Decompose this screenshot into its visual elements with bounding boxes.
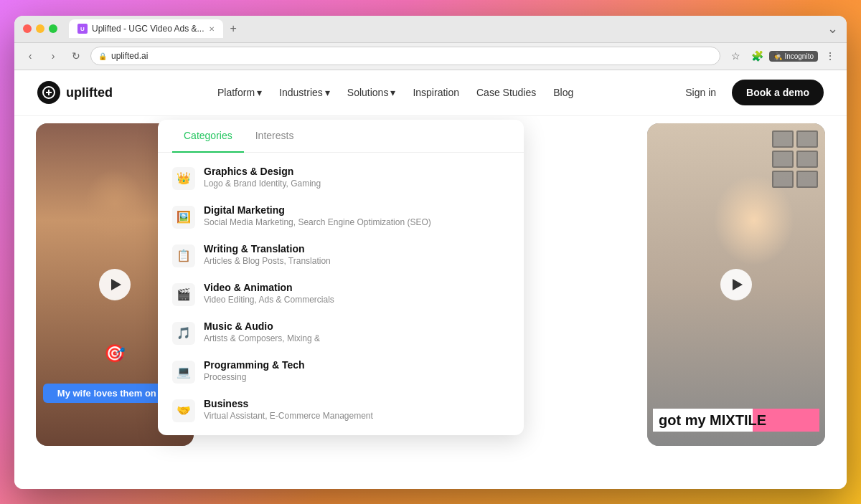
incognito-label: Incognito xyxy=(784,52,814,60)
video-icon: 🎬 xyxy=(172,283,195,306)
reload-button[interactable]: ↻ xyxy=(67,47,85,65)
item-title: Programming & Tech xyxy=(204,359,509,371)
item-title: Digital Marketing xyxy=(204,204,509,216)
nav-case-studies[interactable]: Case Studies xyxy=(469,82,543,103)
wall-frame xyxy=(796,171,818,188)
logo[interactable]: uplifted xyxy=(37,81,113,104)
dropdown-tabs: Categories Interests xyxy=(158,120,524,153)
nav-links: Platform ▾ Industries ▾ Solutions ▾ Insp… xyxy=(210,82,580,103)
play-icon-left xyxy=(111,279,121,290)
video-caption-right: got my MIXTILE xyxy=(647,409,825,432)
item-title: Music & Audio xyxy=(204,320,509,332)
wall-frame xyxy=(772,151,794,168)
nav-solutions[interactable]: Solutions ▾ xyxy=(340,82,403,103)
chevron-down-icon: ▾ xyxy=(390,87,395,98)
url-text: uplifted.ai xyxy=(111,51,148,61)
nav-inspiration[interactable]: Inspiration xyxy=(405,82,466,103)
tab-categories[interactable]: Categories xyxy=(172,120,244,153)
item-title: Graphics & Design xyxy=(204,166,509,177)
maximize-button[interactable] xyxy=(49,24,57,33)
hero-section: 🎯 My wife loves them on me Categories In… xyxy=(14,116,847,489)
list-item[interactable]: 🎬 Video & Animation Video Editing, Ads &… xyxy=(158,275,524,313)
item-subtitle: Articles & Blog Posts, Translation xyxy=(204,256,509,266)
target-icon: 🎯 xyxy=(104,343,126,363)
chevron-down-icon: ▾ xyxy=(325,87,330,98)
writing-icon: 📋 xyxy=(172,244,195,267)
browser-tabs: U Uplifted - UGC Video Ads &... ✕ + xyxy=(69,19,746,38)
address-bar[interactable]: 🔒 uplifted.ai xyxy=(90,47,720,65)
item-subtitle: Social Media Marketing, Search Engine Op… xyxy=(204,217,509,227)
bookmark-star-icon[interactable]: ☆ xyxy=(726,47,745,65)
item-subtitle: Artists & Composers, Mixing & xyxy=(204,333,509,343)
tab-title: Uplifted - UGC Video Ads &... xyxy=(92,24,204,34)
wall-frame xyxy=(796,151,818,168)
item-title: Video & Animation xyxy=(204,282,509,293)
video-card-right: got my MIXTILE xyxy=(647,123,825,446)
dropdown-menu[interactable]: Categories Interests 👑 Graphics & Design… xyxy=(158,120,524,435)
tab-close-icon[interactable]: ✕ xyxy=(209,25,215,33)
list-item[interactable]: 💻 Programming & Tech Processing xyxy=(158,352,524,391)
lock-icon: 🔒 xyxy=(98,52,107,60)
item-subtitle: Logo & Brand Identity, Gaming xyxy=(204,179,509,189)
wall-frame xyxy=(796,130,818,148)
wall-frame xyxy=(772,171,794,188)
list-item[interactable]: 👑 Graphics & Design Logo & Brand Identit… xyxy=(158,158,524,197)
play-button-left[interactable] xyxy=(99,269,131,300)
book-demo-button[interactable]: Book a demo xyxy=(732,80,824,105)
logo-icon xyxy=(37,81,60,104)
incognito-badge: 🕵 Incognito xyxy=(769,51,818,62)
nav-industries[interactable]: Industries ▾ xyxy=(272,82,337,103)
chevron-down-icon: ▾ xyxy=(257,87,262,98)
forward-button[interactable]: › xyxy=(44,47,62,65)
tab-favicon: U xyxy=(77,24,88,34)
caption-text: got my MIXTILE xyxy=(653,409,819,432)
page-content: uplifted Platform ▾ Industries ▾ Solutio… xyxy=(14,70,847,489)
nav-platform[interactable]: Platform ▾ xyxy=(210,82,269,103)
item-subtitle: Video Editing, Ads & Commercials xyxy=(204,295,509,305)
list-item[interactable]: 🖼️ Digital Marketing Social Media Market… xyxy=(158,197,524,236)
navbar: uplifted Platform ▾ Industries ▾ Solutio… xyxy=(14,70,847,116)
browser-window: U Uplifted - UGC Video Ads &... ✕ + ⌄ ‹ … xyxy=(14,16,847,489)
nav-actions: Sign in Book a demo xyxy=(678,80,824,105)
list-item[interactable]: 🎵 Music & Audio Artists & Composers, Mix… xyxy=(158,313,524,352)
list-item[interactable]: 📋 Writing & Translation Articles & Blog … xyxy=(158,236,524,275)
traffic-lights xyxy=(23,24,57,33)
item-title: Writing & Translation xyxy=(204,243,509,255)
extensions-icon[interactable]: 🧩 xyxy=(748,47,766,65)
item-subtitle: Processing xyxy=(204,372,509,382)
play-icon-right xyxy=(733,279,743,290)
logo-text: uplifted xyxy=(66,85,113,100)
nav-blog[interactable]: Blog xyxy=(546,82,580,103)
toolbar-right: ☆ 🧩 🕵 Incognito ⋮ xyxy=(726,47,839,65)
item-subtitle: Virtual Assistant, E-Commerce Management xyxy=(204,411,509,421)
browser-toolbar: ‹ › ↻ 🔒 uplifted.ai ☆ 🧩 🕵 Incognito ⋮ xyxy=(14,43,847,70)
wall-frames xyxy=(772,130,818,188)
business-icon: 🤝 xyxy=(172,399,195,422)
item-title: Business xyxy=(204,398,509,409)
back-button[interactable]: ‹ xyxy=(22,47,39,65)
sign-in-button[interactable]: Sign in xyxy=(678,82,723,103)
graphics-icon: 👑 xyxy=(172,167,195,190)
window-expand-icon[interactable]: ⌄ xyxy=(827,21,838,37)
menu-icon[interactable]: ⋮ xyxy=(821,47,839,65)
new-tab-button[interactable]: + xyxy=(225,19,243,38)
dropdown-items: 👑 Graphics & Design Logo & Brand Identit… xyxy=(158,153,524,435)
minimize-button[interactable] xyxy=(36,24,44,33)
tab-interests[interactable]: Interests xyxy=(244,120,306,153)
close-button[interactable] xyxy=(23,24,32,33)
list-item[interactable]: 🤝 Business Virtual Assistant, E-Commerce… xyxy=(158,391,524,429)
wall-frame xyxy=(772,130,794,148)
browser-titlebar: U Uplifted - UGC Video Ads &... ✕ + ⌄ xyxy=(14,16,847,43)
active-tab[interactable]: U Uplifted - UGC Video Ads &... ✕ xyxy=(69,19,223,38)
digital-marketing-icon: 🖼️ xyxy=(172,206,195,229)
programming-icon: 💻 xyxy=(172,361,195,384)
play-button-right[interactable] xyxy=(720,269,752,300)
music-icon: 🎵 xyxy=(172,322,195,345)
incognito-hat-icon: 🕵 xyxy=(773,52,782,60)
